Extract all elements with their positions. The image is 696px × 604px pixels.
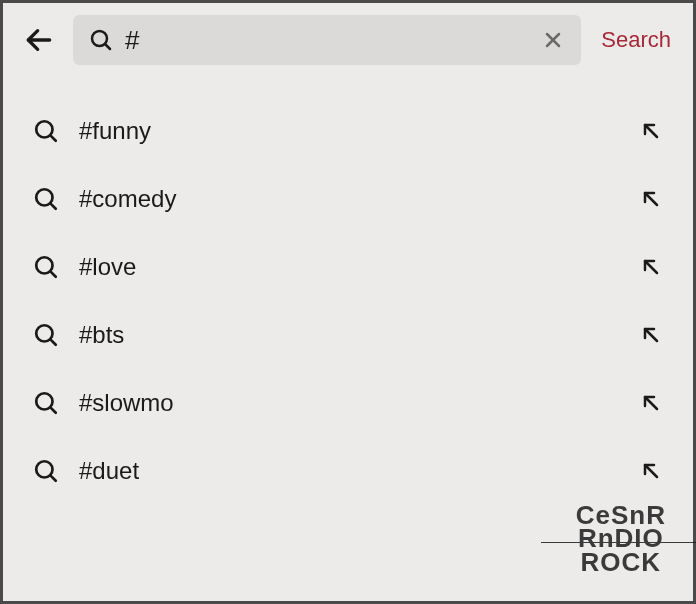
arrow-up-left-icon [639,459,663,483]
suggestion-item[interactable]: #comedy [3,165,693,233]
svg-line-12 [50,271,55,276]
arrow-up-left-icon [639,187,663,211]
arrow-up-left-icon [639,391,663,415]
search-icon [33,254,59,280]
suggestion-label: #comedy [79,185,619,213]
insert-button[interactable] [639,187,663,211]
svg-line-19 [645,397,657,409]
insert-button[interactable] [639,323,663,347]
suggestion-label: #duet [79,457,619,485]
suggestions-list: #funny #comedy [3,77,693,601]
arrow-up-left-icon [639,323,663,347]
insert-button[interactable] [639,255,663,279]
svg-line-22 [645,465,657,477]
search-header: Search [3,3,693,77]
suggestion-item[interactable]: #duet [3,437,693,505]
arrow-up-left-icon [639,119,663,143]
suggestion-item[interactable]: #funny [3,97,693,165]
suggestion-label: #love [79,253,619,281]
svg-line-6 [50,135,55,140]
svg-line-9 [50,203,55,208]
svg-line-15 [50,339,55,344]
svg-line-16 [645,329,657,341]
suggestion-label: #bts [79,321,619,349]
svg-line-18 [50,407,55,412]
search-input[interactable] [125,25,529,56]
suggestion-item[interactable]: #love [3,233,693,301]
svg-line-7 [645,125,657,137]
insert-button[interactable] [639,119,663,143]
arrow-up-left-icon [639,255,663,279]
suggestion-item[interactable]: #slowmo [3,369,693,437]
suggestion-item[interactable]: #bts [3,301,693,369]
suggestion-label: #slowmo [79,389,619,417]
insert-button[interactable] [639,459,663,483]
search-icon [33,390,59,416]
search-icon [33,118,59,144]
svg-line-21 [50,475,55,480]
back-button[interactable] [21,22,57,58]
close-icon [541,28,565,52]
search-button[interactable]: Search [597,27,675,53]
clear-button[interactable] [541,28,565,52]
svg-line-10 [645,193,657,205]
search-icon [33,322,59,348]
svg-line-13 [645,261,657,273]
svg-line-2 [105,44,110,49]
search-box [73,15,581,65]
search-icon [33,186,59,212]
suggestion-label: #funny [79,117,619,145]
search-icon [89,28,113,52]
insert-button[interactable] [639,391,663,415]
search-screen: Search #funny #comedy [0,0,696,604]
search-icon [33,458,59,484]
arrow-left-icon [23,24,55,56]
